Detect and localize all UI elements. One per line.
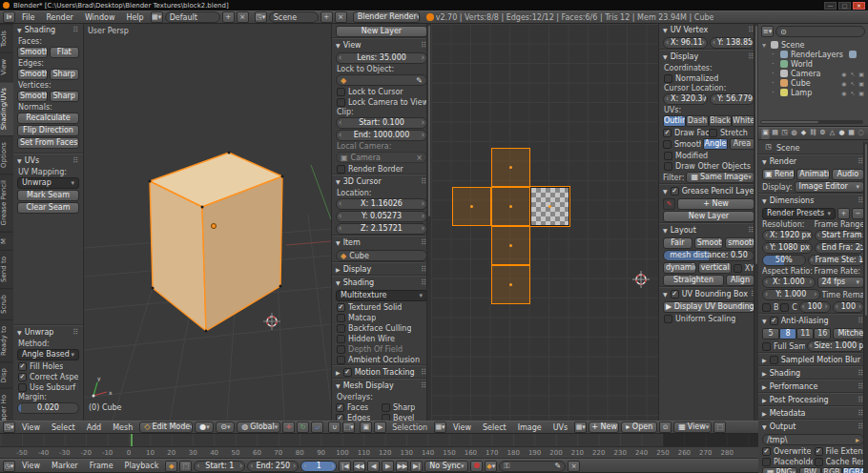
panel-header-dimensions[interactable]: Dimensions⠿ [758,194,868,207]
output-path-field[interactable]: /tmp\▸ [762,434,864,445]
aa-samples-11[interactable]: 11 [796,328,814,339]
correct-aspect-checkbox[interactable]: ✓Correct Aspect [18,372,78,381]
minimize-icon[interactable]: — [824,2,837,10]
aa-size-field[interactable]: Size: 1.000 px [807,340,865,352]
toolshelf-tab-view[interactable]: View [0,52,13,81]
add-layout-icon[interactable]: + [222,11,235,23]
panel-header-metadata[interactable]: Metadata⠿ [758,406,868,420]
folder-icon[interactable]: ▸ [856,436,859,444]
overlay-sharp-checkbox[interactable]: Sharp [382,402,427,412]
next-keyframe-icon[interactable]: ▶▶ [396,461,408,472]
panel-header-3d-cursor[interactable]: 3D Cursor⠿ [332,175,431,188]
uv-snap-icon[interactable]: ⬚ [713,422,726,433]
eyedropper-icon[interactable]: ✎ [416,76,423,85]
panel-header-output[interactable]: Output⠿ [758,420,868,433]
opengl-render-anim-icon[interactable]: ▶ [374,422,386,433]
faces-smooth-button[interactable]: Smooth [17,47,48,58]
backface-culling-checkbox[interactable]: Backface Culling [337,323,426,333]
gpencil-new-button[interactable]: + New [677,198,754,210]
toolshelf-tab-options[interactable]: Options [0,135,13,174]
panel-header-render[interactable]: Render⠿ [758,154,868,168]
aa-filter-select[interactable]: Mitchell-Netr [833,328,864,339]
uv-cursor-y-field[interactable]: Y: 56.779 [710,93,754,105]
gpencil-color-icon[interactable]: ✎ [663,198,675,210]
lens-field[interactable]: Lens: 35.000 [336,52,427,64]
delete-layout-icon[interactable]: × [237,11,249,23]
keyingset-icon[interactable]: ◆▾ [485,461,497,472]
viewport-shading-select[interactable]: ● [195,422,214,433]
image-open-button[interactable]: ▸ Open [621,422,657,433]
resolution-y-field[interactable]: Y: 1080 px [762,242,813,254]
align-button[interactable]: Align [726,275,754,286]
aspect-y-field[interactable]: Y: 1.000 [762,289,820,300]
toolshelf-tab-m[interactable]: M [0,232,13,250]
screen-layout-icon[interactable]: ▦▾ [151,11,163,23]
scene-browse-icon[interactable]: ◳▾ [255,11,267,23]
faces-flat-button[interactable]: Flat [50,47,80,58]
outliner-search-input[interactable]: ⊙ [775,26,865,37]
unwrap-menu[interactable]: Unwrap [17,177,79,189]
panel-header-motion-tracking[interactable]: ✓Motion Tracking⠿ [332,365,431,379]
render-border-checkbox[interactable]: Render Border [337,164,426,174]
uv-outline-toggle[interactable]: Outline [663,115,686,127]
manipulator-scale-icon[interactable]: ▱ [311,422,323,433]
sync-select[interactable]: No Sync [424,461,468,472]
play-icon[interactable]: ▶ [382,461,394,472]
properties-tab-texture[interactable]: ▦ [847,128,856,139]
use-subsurf-checkbox[interactable]: Use Subsurf Modifier [18,382,78,392]
pivot-select[interactable]: ⊙ [216,422,235,433]
toolshelf-tab-tools[interactable]: Tools [0,24,13,52]
uv-black-toggle[interactable]: Black [709,115,732,127]
timeline-menu-marker[interactable]: Marker [47,462,83,470]
aa-samples-8[interactable]: 8 [779,328,796,339]
keyingset-field[interactable]: ⚿✎ [499,461,566,472]
add-scene-icon[interactable]: + [320,11,333,23]
draw-other-objects-checkbox[interactable]: Draw Other Objects [664,161,754,171]
shading-mode-select[interactable]: Multitexture [336,290,427,301]
jump-start-icon[interactable]: |◀ [339,461,351,472]
viewport-3d[interactable]: xy User Persp (0) Cube [84,24,331,421]
overlay-faces-checkbox[interactable]: ✓Faces [336,402,382,412]
menu-window[interactable]: Window [80,13,120,22]
outliner-display-mode-icon[interactable]: ≡▾ [761,26,774,37]
channels-rgba-toggle[interactable]: RGBA [842,467,864,473]
vertices-sharp-button[interactable]: Sharp [50,91,80,102]
uv-face[interactable] [491,187,530,226]
uv-menu-view[interactable]: View [448,423,476,432]
render-presets-select[interactable]: Render Presets [762,208,836,219]
cube-mesh[interactable] [150,153,282,331]
frame-start-field[interactable]: Start Fram: 1 [815,230,865,241]
menu-file[interactable]: File [17,13,39,22]
panel-header-post-processing[interactable]: Post Processing⠿ [758,393,868,406]
panel-header-display[interactable]: Display⠿ [332,262,431,276]
panel-header-item[interactable]: Item⠿ [332,236,431,249]
outliner-row-lamp[interactable]: ·Lamp◉ ↖ ▣ [758,88,868,97]
properties-tab-object[interactable]: ◆ [799,128,808,139]
hidden-wire-checkbox[interactable]: Hidden Wire [337,334,426,343]
placeholders-checkbox[interactable]: Placeholders [762,457,813,466]
scene-field[interactable]: Scene [269,11,319,23]
smooth-checkbox[interactable]: Smooth [663,139,701,149]
editor-type-icon-info[interactable]: ℹ▾ [3,11,15,23]
visibility-toggles[interactable]: ◉ ↖ ▣ [841,90,868,96]
maximize-icon[interactable]: ▢ [838,2,851,10]
clip-end-field[interactable]: End: 1000.000 [336,130,427,141]
manipulator-translate-icon[interactable]: ✛ [282,422,295,433]
mark-seam-button[interactable]: Mark Seam [17,190,79,201]
vertices-smooth-button[interactable]: Smooth [17,91,48,102]
timeline-start-field[interactable]: Start: 1 [194,461,245,472]
panel-header-antialiasing[interactable]: ✓Anti-Aliasing⠿ [758,314,868,327]
panel-header-gpencil[interactable]: ✓Grease Pencil Layers⠿ [659,184,758,197]
uv-face[interactable] [491,265,530,304]
aspect-x-field[interactable]: X: 1.000 [762,277,816,288]
mode-select[interactable]: ◇Edit Mode [139,422,193,433]
uv-face[interactable] [452,187,491,226]
outliner-row-renderlayers[interactable]: ·RenderLayers [758,50,868,59]
snap-element-icon[interactable]: ⬚▾ [342,422,355,433]
edges-smooth-button[interactable]: Smooth [17,69,48,80]
uv-white-toggle[interactable]: White [732,115,754,127]
channels-bw-toggle[interactable]: BW [799,467,821,473]
editor-type-icon-3dview[interactable]: ◳▾ [3,422,15,433]
toolshelf-tab-scrub[interactable]: Scrub [0,288,13,319]
toolshelf-tab-paper-ho[interactable]: Paper Ho [0,388,13,421]
